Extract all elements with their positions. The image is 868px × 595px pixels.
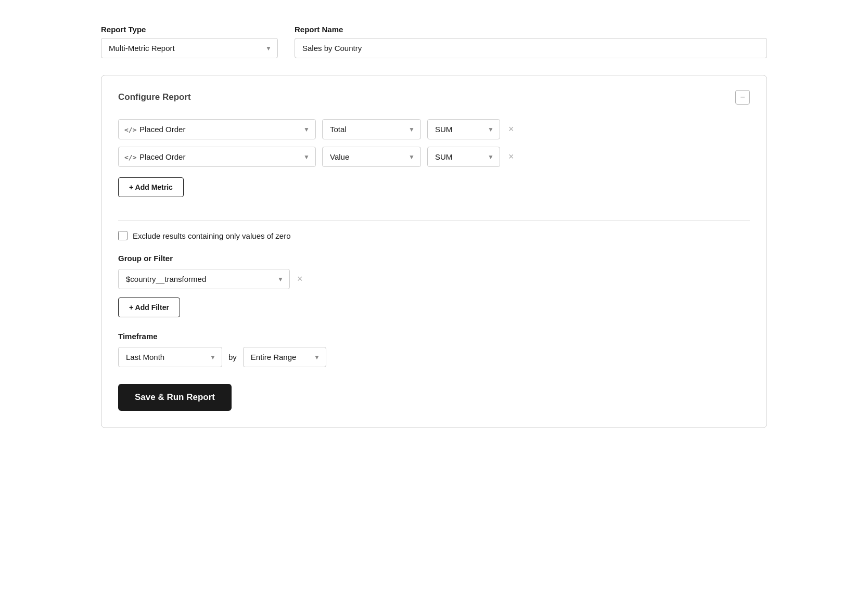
- metric-event-select-wrapper-2: </> Placed Order ▼: [118, 147, 316, 167]
- metric-agg-select-1[interactable]: SUM: [427, 119, 500, 139]
- top-section: Report Type Multi-Metric Report ▼ Report…: [101, 21, 767, 62]
- save-run-button[interactable]: Save & Run Report: [118, 384, 232, 411]
- metric-rows: </> Placed Order ▼ Total ▼ SUM: [118, 119, 750, 167]
- metric-event-select-1[interactable]: Placed Order: [118, 119, 316, 139]
- collapse-button[interactable]: −: [735, 90, 750, 105]
- remove-filter-icon: ×: [297, 274, 303, 284]
- save-run-label: Save & Run Report: [135, 392, 215, 403]
- range-select-wrapper: Entire Range ▼: [243, 347, 326, 367]
- metric-agg-select-wrapper-1: SUM ▼: [427, 119, 500, 139]
- group-filter-label: Group or Filter: [118, 254, 750, 263]
- metric-field-select-1[interactable]: Total: [322, 119, 421, 139]
- exclude-checkbox-label: Exclude results containing only values o…: [133, 231, 291, 240]
- metric-row-2: </> Placed Order ▼ Value ▼ SUM: [118, 147, 750, 167]
- range-select[interactable]: Entire Range: [243, 347, 326, 367]
- report-name-input[interactable]: [295, 38, 767, 58]
- filter-row: $country__transformed ▼ ×: [118, 269, 750, 289]
- exclude-checkbox-row: Exclude results containing only values o…: [118, 231, 750, 240]
- configure-panel: Configure Report − </> Placed Order ▼ To…: [101, 75, 767, 428]
- metric-field-select-wrapper-1: Total ▼: [322, 119, 421, 139]
- page-container: Report Type Multi-Metric Report ▼ Report…: [101, 21, 767, 428]
- add-filter-label: + Add Filter: [129, 303, 169, 312]
- metric-field-select-wrapper-2: Value ▼: [322, 147, 421, 167]
- report-type-group: Report Type Multi-Metric Report ▼: [101, 25, 278, 58]
- timeframe-row: Last Month ▼ by Entire Range ▼: [118, 347, 750, 367]
- exclude-checkbox[interactable]: [118, 231, 127, 240]
- panel-title: Configure Report: [118, 92, 191, 102]
- remove-metric-button-1[interactable]: ×: [506, 122, 516, 137]
- report-type-label: Report Type: [101, 25, 278, 34]
- remove-metric-icon-1: ×: [508, 124, 514, 135]
- metric-row: </> Placed Order ▼ Total ▼ SUM: [118, 119, 750, 139]
- report-type-select-wrapper: Multi-Metric Report ▼: [101, 38, 278, 58]
- metric-agg-select-2[interactable]: SUM: [427, 147, 500, 167]
- add-metric-button[interactable]: + Add Metric: [118, 177, 184, 197]
- report-name-group: Report Name: [295, 25, 767, 58]
- metric-event-select-wrapper-1: </> Placed Order ▼: [118, 119, 316, 139]
- filter-select[interactable]: $country__transformed: [118, 269, 290, 289]
- filter-select-wrapper: $country__transformed ▼: [118, 269, 290, 289]
- panel-header: Configure Report −: [118, 90, 750, 105]
- remove-metric-icon-2: ×: [508, 151, 514, 162]
- report-name-label: Report Name: [295, 25, 767, 34]
- remove-metric-button-2[interactable]: ×: [506, 149, 516, 164]
- divider-1: [118, 220, 750, 221]
- collapse-icon: −: [740, 93, 745, 102]
- report-type-select[interactable]: Multi-Metric Report: [101, 38, 278, 58]
- metric-agg-select-wrapper-2: SUM ▼: [427, 147, 500, 167]
- timeframe-select-wrapper: Last Month ▼: [118, 347, 222, 367]
- remove-filter-button[interactable]: ×: [295, 271, 305, 287]
- by-label: by: [228, 353, 237, 361]
- timeframe-select[interactable]: Last Month: [118, 347, 222, 367]
- metric-field-select-2[interactable]: Value: [322, 147, 421, 167]
- add-metric-label: + Add Metric: [129, 183, 173, 191]
- timeframe-label: Timeframe: [118, 332, 750, 341]
- metric-event-select-2[interactable]: Placed Order: [118, 147, 316, 167]
- add-filter-button[interactable]: + Add Filter: [118, 298, 180, 317]
